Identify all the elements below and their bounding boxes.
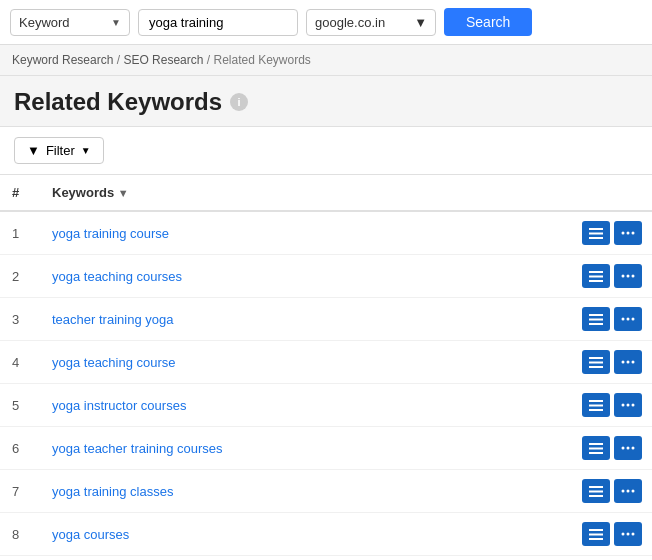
action-btn-more[interactable]: [614, 221, 642, 245]
keyword-link[interactable]: yoga training classes: [52, 484, 173, 499]
breadcrumb: Keyword Research / SEO Research / Relate…: [0, 45, 652, 76]
svg-rect-26: [589, 409, 603, 411]
action-btn-list[interactable]: [582, 393, 610, 417]
keyword-link[interactable]: yoga courses: [52, 527, 129, 542]
table-row: 6yoga teacher training courses: [0, 427, 652, 470]
svg-point-5: [632, 232, 635, 235]
action-btn-list[interactable]: [582, 350, 610, 374]
col-num: #: [0, 175, 40, 211]
action-btn-more[interactable]: [614, 479, 642, 503]
table-row: 8yoga courses: [0, 513, 652, 556]
row-num: 8: [0, 513, 40, 556]
row-actions: [474, 341, 652, 384]
action-btn-more[interactable]: [614, 307, 642, 331]
svg-point-23: [632, 361, 635, 364]
svg-point-10: [627, 275, 630, 278]
keyword-link[interactable]: yoga teacher training courses: [52, 441, 223, 456]
search-input[interactable]: [138, 9, 298, 36]
svg-point-35: [632, 447, 635, 450]
filter-bar: ▼ Filter ▼: [0, 127, 652, 175]
svg-point-45: [622, 533, 625, 536]
domain-dropdown[interactable]: google.co.in ▼: [306, 9, 436, 36]
svg-rect-31: [589, 447, 603, 449]
svg-rect-19: [589, 361, 603, 363]
breadcrumb-seo-research[interactable]: SEO Research: [123, 53, 203, 67]
search-button[interactable]: Search: [444, 8, 532, 36]
action-btn-list[interactable]: [582, 307, 610, 331]
row-keyword: yoga training course: [40, 211, 474, 255]
keyword-link[interactable]: teacher training yoga: [52, 312, 173, 327]
row-actions: [474, 556, 652, 561]
action-btn-more[interactable]: [614, 522, 642, 546]
page-header: Related Keywords i: [0, 76, 652, 127]
row-actions: [474, 427, 652, 470]
row-actions: [474, 513, 652, 556]
filter-button[interactable]: ▼ Filter ▼: [14, 137, 104, 164]
keyword-link[interactable]: yoga training course: [52, 226, 169, 241]
keyword-link[interactable]: yoga teaching courses: [52, 269, 182, 284]
svg-point-28: [627, 404, 630, 407]
svg-point-21: [622, 361, 625, 364]
svg-point-39: [622, 490, 625, 493]
col-actions: [474, 175, 652, 211]
col-keyword: Keywords ▼: [40, 175, 474, 211]
info-icon[interactable]: i: [230, 93, 248, 111]
svg-rect-44: [589, 538, 603, 540]
row-actions: [474, 255, 652, 298]
action-btn-list[interactable]: [582, 479, 610, 503]
filter-label: Filter: [46, 143, 75, 158]
svg-rect-14: [589, 323, 603, 325]
row-keyword: yoga training classes: [40, 470, 474, 513]
svg-point-34: [627, 447, 630, 450]
action-btn-list[interactable]: [582, 264, 610, 288]
row-num: 1: [0, 211, 40, 255]
row-num: 2: [0, 255, 40, 298]
keyword-dropdown[interactable]: Keyword ▼: [10, 9, 130, 36]
action-btn-more[interactable]: [614, 436, 642, 460]
action-btn-list[interactable]: [582, 221, 610, 245]
row-keyword: yoga teaching course: [40, 341, 474, 384]
breadcrumb-keyword-research[interactable]: Keyword Research: [12, 53, 113, 67]
row-actions: [474, 211, 652, 255]
svg-rect-42: [589, 529, 603, 531]
keyword-link[interactable]: yoga instructor courses: [52, 398, 186, 413]
sort-arrow[interactable]: ▼: [118, 187, 129, 199]
svg-rect-12: [589, 314, 603, 316]
svg-rect-2: [589, 237, 603, 239]
svg-rect-43: [589, 533, 603, 535]
top-bar: Keyword ▼ google.co.in ▼ Search: [0, 0, 652, 45]
keyword-link[interactable]: yoga teaching course: [52, 355, 176, 370]
action-btn-more[interactable]: [614, 264, 642, 288]
svg-rect-1: [589, 232, 603, 234]
filter-icon: ▼: [27, 143, 40, 158]
svg-point-41: [632, 490, 635, 493]
svg-rect-8: [589, 280, 603, 282]
row-actions: [474, 298, 652, 341]
row-keyword: yoga teacher training courses: [40, 427, 474, 470]
svg-point-17: [632, 318, 635, 321]
svg-point-33: [622, 447, 625, 450]
action-btn-more[interactable]: [614, 393, 642, 417]
svg-point-46: [627, 533, 630, 536]
svg-point-47: [632, 533, 635, 536]
svg-rect-20: [589, 366, 603, 368]
action-btn-more[interactable]: [614, 350, 642, 374]
svg-rect-0: [589, 228, 603, 230]
row-keyword: yoga teaching courses: [40, 255, 474, 298]
row-num: 4: [0, 341, 40, 384]
row-actions: [474, 470, 652, 513]
table-row: 7yoga training classes: [0, 470, 652, 513]
row-keyword: yoga courses: [40, 513, 474, 556]
action-btn-list[interactable]: [582, 522, 610, 546]
svg-rect-6: [589, 271, 603, 273]
row-keyword: yoga instructor courses: [40, 384, 474, 427]
row-num: 5: [0, 384, 40, 427]
domain-dropdown-chevron: ▼: [414, 15, 427, 30]
row-num: 7: [0, 470, 40, 513]
keywords-table: # Keywords ▼ 1yoga training course2yoga …: [0, 175, 652, 560]
svg-rect-38: [589, 495, 603, 497]
table-row: 9yoga teachers training: [0, 556, 652, 561]
breadcrumb-related-keywords: Related Keywords: [213, 53, 310, 67]
col-keyword-label: Keywords: [52, 185, 114, 200]
action-btn-list[interactable]: [582, 436, 610, 460]
